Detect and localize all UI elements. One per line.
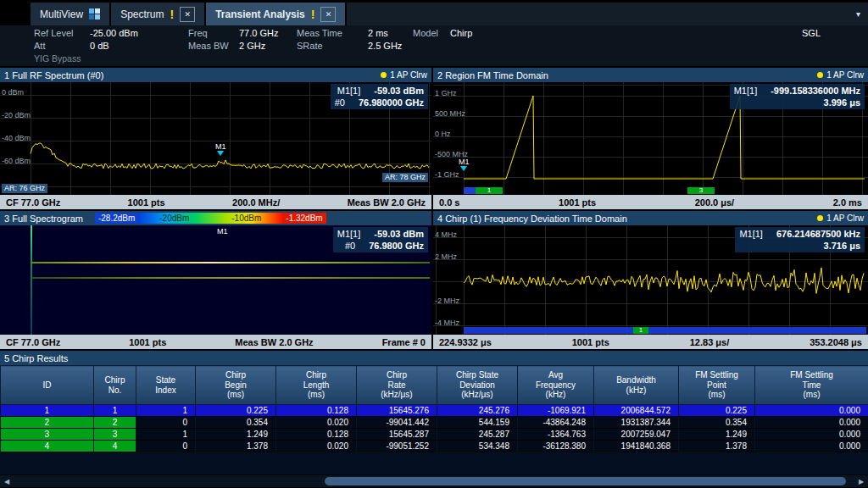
table-cell: 0.020	[276, 417, 357, 429]
table-cell: 1931387.344	[594, 417, 679, 429]
window-titlebar[interactable]: 1 Full RF Spectrum (#0) 1 AP Clrw	[0, 68, 431, 82]
table-cell: -1364.763	[518, 429, 594, 441]
trace-badge: 1 AP Clrw	[817, 214, 864, 223]
tab-transient-analysis[interactable]: Transient Analysis ! ✕	[206, 3, 347, 25]
horizontal-scrollbar: ◀ ▶	[0, 475, 868, 487]
spectrum-plot[interactable]: 0 dBm -20 dBm -40 dBm -60 dBm M1 M1[1]-5…	[0, 82, 431, 195]
warning-icon: !	[311, 8, 315, 21]
window-titlebar[interactable]: 5 Chirp Results	[0, 351, 868, 365]
att-setting[interactable]: Att0 dB	[34, 41, 109, 51]
y-axis-label: -60 dBm	[2, 157, 31, 165]
tab-transient-label: Transient Analysis	[215, 8, 305, 20]
freq-setting[interactable]: Freq77.0 GHz	[188, 28, 278, 38]
column-header: Chirp Length (ms)	[276, 366, 357, 405]
fm-time-plot[interactable]: 1 GHz 500 MHz 0 Hz -500 MHz -1 GHz M1 M1…	[433, 82, 868, 195]
y-axis-label: 1 GHz	[435, 89, 457, 97]
close-icon[interactable]: ✕	[320, 7, 336, 22]
marker-readout: M1[1]-59.03 dBm #076.980000 GHz	[331, 84, 428, 109]
table-cell: 15645.276	[357, 405, 437, 417]
window-titlebar[interactable]: 3 Full Spectrogram -28.2dBm -20dBm -10dB…	[0, 211, 431, 225]
table-cell: 4	[94, 441, 136, 452]
color-gradient-bar: -20dBm -10dBm	[138, 213, 282, 224]
marker-m1[interactable]: M1	[459, 158, 470, 171]
tab-spectrum[interactable]: Spectrum ! ✕	[111, 3, 206, 25]
table-cell: 0.000	[755, 441, 868, 452]
spectrogram-plot[interactable]: M1 M1[1]-59.03 dBm #076.9800 GHz	[0, 225, 431, 335]
meas-time-setting[interactable]: Meas Time2 ms	[297, 28, 388, 38]
y-axis-label: -4 MHz	[435, 319, 459, 327]
scrollbar-track[interactable]	[14, 477, 854, 485]
window-title: 5 Chirp Results	[4, 353, 68, 363]
scale-mid-label: -10dBm	[231, 213, 261, 224]
window-title: 1 Full RF Spectrum (#0)	[4, 70, 103, 80]
table-cell: -99041.442	[357, 417, 437, 429]
trace-badge: 1 AP Clrw	[817, 70, 864, 80]
column-header: FM Settling Point (ms)	[679, 366, 755, 405]
table-cell: 15645.287	[357, 429, 437, 441]
marker-triangle-icon	[460, 166, 467, 171]
table-cell: 1	[94, 405, 136, 417]
ref-level-setting[interactable]: Ref Level-25.00 dBm	[34, 28, 138, 38]
single-sweep-indicator: SGL	[802, 28, 821, 38]
window-footer: CF 77.0 GHz1001 ptsMeas BW 2.0 GHzFrame …	[0, 335, 431, 349]
spectrogram-frame-line	[31, 277, 430, 279]
table-cell: 245.276	[437, 405, 518, 417]
multiview-grid-icon	[89, 8, 100, 19]
y-axis-label: 500 MHz	[435, 109, 465, 118]
scrollbar-thumb[interactable]	[325, 477, 846, 485]
deviation-plot[interactable]: 4 MHz 2 MHz -2 MHz -4 MHz M1[1]676.21468…	[433, 225, 868, 335]
table-cell: 0.020	[276, 441, 357, 452]
window-region-fm-time-domain: 2 Region FM Time Domain 1 AP Clrw 1 GHz …	[433, 68, 868, 209]
column-header: Bandwidth (kHz)	[594, 366, 679, 405]
table-row[interactable]: 3 3 1 1.249 0.128 15645.287 245.287 -136…	[1, 429, 868, 441]
table-cell: 0.000	[755, 405, 868, 417]
trace-color-icon	[817, 72, 823, 78]
table-cell: 0.000	[755, 429, 868, 441]
table-cell: 0.000	[755, 417, 868, 429]
table-cell: 0.128	[276, 429, 357, 441]
table-cell: 0.225	[196, 405, 276, 417]
scale-max-label: -1.32dBm	[282, 213, 326, 224]
table-row-selected[interactable]: 1 1 1 0.225 0.128 15645.276 245.276 -106…	[1, 405, 868, 417]
chirp-state-bar: 1 3	[464, 187, 866, 194]
table-cell: 1	[1, 405, 94, 417]
column-header: FM Settling Time (ms)	[755, 366, 868, 405]
table-cell: 1.378	[196, 441, 276, 452]
marker-readout: M1[1]-999.158336000 MHz 3.996 μs	[730, 84, 865, 109]
meas-bw-setting[interactable]: Meas BW2 GHz	[188, 41, 265, 51]
table-cell: 534.348	[437, 441, 518, 452]
y-axis-label: -40 dBm	[2, 134, 31, 142]
yig-bypass-label: YIG Bypass	[34, 53, 81, 64]
column-header: Avg Frequency (kHz)	[518, 366, 594, 405]
window-titlebar[interactable]: 2 Region FM Time Domain 1 AP Clrw	[433, 68, 868, 82]
state-segment-1: 1	[476, 187, 503, 194]
channel-settings-bar: Ref Level-25.00 dBm Freq77.0 GHz Meas Ti…	[0, 25, 868, 66]
column-header: State Index	[136, 366, 196, 405]
window-titlebar[interactable]: 4 Chirp (1) Frequency Deviation Time Dom…	[433, 211, 868, 225]
marker-m1-label: M1	[217, 227, 228, 236]
scroll-right-icon[interactable]: ▶	[854, 476, 868, 486]
marker-m1[interactable]: M1	[215, 143, 226, 156]
marker-triangle-icon	[217, 151, 224, 156]
table-cell: 0	[136, 441, 196, 452]
close-icon[interactable]: ✕	[180, 7, 195, 22]
table-cell: 0.225	[679, 405, 755, 417]
spectrogram-edge-line	[31, 225, 32, 335]
tab-overflow-button[interactable]: ▾	[849, 3, 868, 25]
table-cell: -43864.248	[518, 417, 594, 429]
scroll-left-icon[interactable]: ◀	[0, 476, 14, 486]
marker-readout: M1[1]-59.03 dBm #076.9800 GHz	[333, 227, 428, 252]
tab-multiview[interactable]: MultiView	[31, 3, 111, 25]
table-row[interactable]: 2 2 0 0.354 0.020 -99041.442 544.159 -43…	[1, 417, 868, 429]
table-cell: 1941840.368	[594, 441, 679, 452]
y-axis-label: 2 MHz	[435, 252, 457, 261]
table-cell: 2006844.572	[594, 405, 679, 417]
window-footer: CF 77.0 GHz1001 pts200.0 MHz/Meas BW 2.0…	[0, 195, 431, 209]
srate-setting[interactable]: SRate2.5 GHz	[297, 41, 402, 51]
table-cell: 1.249	[679, 429, 755, 441]
model-setting[interactable]: ModelChirp	[413, 28, 472, 38]
table-row[interactable]: 4 4 0 1.378 0.020 -99051.252 534.348 -36…	[1, 441, 868, 452]
trace-color-icon	[817, 215, 823, 221]
tab-bar: MultiView Spectrum ! ✕ Transient Analysi…	[31, 3, 868, 25]
state-segment	[464, 187, 476, 194]
